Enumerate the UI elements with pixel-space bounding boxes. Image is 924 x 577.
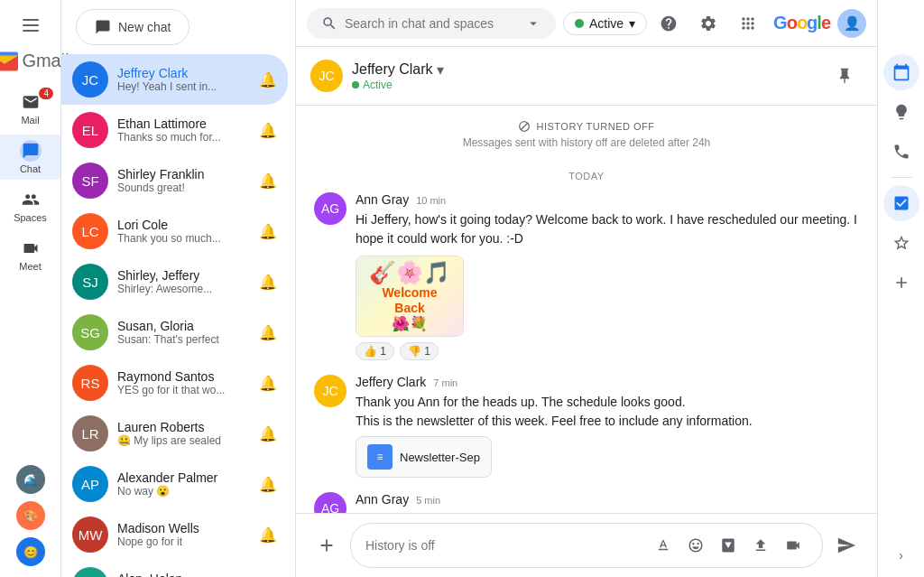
bell-icon: 🔔 [259, 172, 277, 190]
chat-preview: Hey! Yeah I sent in... [117, 80, 250, 93]
search-box[interactable] [307, 8, 556, 39]
star-panel-button[interactable] [883, 225, 919, 261]
chat-list-item[interactable]: AH Alan, Helen Helen: Sure! 🔔 [61, 560, 288, 577]
chat-avatar: SF [72, 163, 108, 199]
hamburger-button[interactable] [13, 7, 49, 43]
bell-icon: 🔔 [259, 122, 277, 139]
add-panel-button[interactable] [883, 265, 919, 301]
chat-info: Jeffrey Clark Hey! Yeah I sent in... [117, 66, 250, 93]
video-button[interactable] [779, 531, 808, 560]
chat-info: Madison Wells Nope go for it [117, 521, 250, 548]
bell-icon: 🔔 [259, 526, 277, 544]
svg-rect-2 [23, 30, 39, 32]
chat-list-item[interactable]: EL Ethan Lattimore Thanks so much for...… [61, 105, 288, 155]
bell-icon: 🔔 [259, 476, 277, 493]
emoji-button[interactable] [681, 531, 710, 560]
chat-avatar: MW [72, 517, 108, 553]
drive-button[interactable] [714, 531, 743, 560]
bottom-avatar-2[interactable]: 🎨 [16, 501, 45, 530]
phone-panel-button[interactable] [883, 134, 919, 170]
chat-list-item[interactable]: SF Shirley Franklin Sounds great! 🔔 [61, 155, 288, 206]
active-status-button[interactable]: Active ▾ [563, 12, 647, 35]
bell-icon: 🔔 [259, 324, 277, 341]
chat-list-item[interactable]: AP Alexander Palmer No way 😮 🔔 [61, 459, 288, 509]
sidebar-item-meet[interactable]: Meet [0, 232, 60, 277]
expand-panel-button[interactable]: › [891, 544, 912, 566]
tasks-panel-button[interactable] [883, 185, 919, 221]
sticker-inner: 🎸🌸🎵 WelcomeBack 🌺💐 [356, 256, 463, 336]
sidebar-item-chat[interactable]: Chat [0, 135, 60, 180]
apps-button[interactable] [730, 5, 766, 42]
chat-icon [20, 140, 42, 162]
new-chat-button[interactable]: New chat [76, 9, 189, 45]
spaces-icon [20, 189, 42, 210]
history-banner: HISTORY TURNED OFF Messages sent with hi… [314, 120, 859, 149]
message-header: Jeffery Clark 7 min [356, 375, 859, 389]
message-header: Ann Gray 5 min [356, 492, 859, 507]
message-group: AG Ann Gray 10 min Hi Jeffery, how's it … [314, 192, 859, 360]
text-format-button[interactable] [649, 531, 678, 560]
svg-rect-1 [23, 24, 39, 26]
sidebar-item-spaces[interactable]: Spaces [0, 183, 60, 228]
chat-name: Susan, Gloria [117, 319, 250, 333]
chat-preview: Thanks so much for... [117, 131, 250, 144]
history-banner-title-text: HISTORY TURNED OFF [536, 121, 654, 132]
search-icon [321, 15, 337, 32]
message-input[interactable] [365, 538, 642, 553]
bottom-avatar-3[interactable]: 😊 [16, 537, 45, 566]
chat-list-item[interactable]: SJ Shirley, Jeffery Shirley: Awesome... … [61, 256, 288, 307]
top-bar: Active ▾ Google 👤 [296, 0, 877, 47]
chat-list-item[interactable]: LR Lauren Roberts 🤐 My lips are sealed 🔔 [61, 408, 288, 459]
history-banner-subtitle: Messages sent with history off are delet… [463, 136, 711, 149]
chat-header-avatar: JC [310, 60, 343, 92]
message-reactions: 👍 1👎 1 [356, 342, 859, 360]
chat-header-info: Jeffery Clark ▾ Active [352, 61, 827, 91]
reaction-chip[interactable]: 👎 1 [400, 342, 439, 360]
chat-name: Jeffrey Clark [117, 66, 250, 80]
spaces-label: Spaces [14, 212, 47, 223]
message-input-box [350, 523, 823, 568]
chat-list-item[interactable]: LC Lori Cole Thank you so much... 🔔 [61, 206, 288, 256]
reaction-chip[interactable]: 👍 1 [356, 342, 394, 360]
upload-button[interactable] [746, 531, 775, 560]
message-time: 7 min [433, 377, 457, 388]
chat-list-item[interactable]: RS Raymond Santos YES go for it that wo.… [61, 358, 288, 408]
chat-header-actions [827, 58, 863, 94]
message-content: Ann Gray 5 min Thank you Jeffery. The ne… [356, 492, 859, 513]
pin-button[interactable] [827, 58, 863, 94]
document-attachment[interactable]: ≡ Newsletter-Sep [356, 436, 492, 478]
chat-info: Shirley Franklin Sounds great! [117, 167, 250, 194]
chat-list-item[interactable]: SG Susan, Gloria Susan: That's perfect 🔔 [61, 307, 288, 358]
notes-panel-button[interactable] [883, 94, 919, 130]
chat-avatar: RS [72, 365, 108, 401]
bell-icon: 🔔 [259, 425, 277, 442]
chat-preview: Thank you so much... [117, 232, 250, 245]
new-chat-label: New chat [118, 20, 171, 34]
gmail-logo: Gmail [0, 51, 69, 71]
message-time: 5 min [416, 495, 440, 506]
chat-list-item[interactable]: MW Madison Wells Nope go for it 🔔 [61, 509, 288, 560]
settings-button[interactable] [690, 5, 726, 42]
mail-icon [20, 91, 42, 113]
chat-name: Alexander Palmer [117, 470, 250, 485]
chat-avatar: AH [72, 567, 108, 577]
message-group: AG Ann Gray 5 min Thank you Jeffery. The… [314, 492, 859, 513]
main-content: Active ▾ Google 👤 JC Jeffery Clark ▾ [296, 0, 877, 577]
active-chevron: ▾ [629, 16, 635, 31]
active-dot [575, 19, 584, 28]
add-attachment-button[interactable] [310, 529, 343, 562]
bottom-avatar-1[interactable]: 🌊 [16, 465, 45, 494]
calendar-panel-button[interactable] [883, 54, 919, 90]
message-time: 10 min [416, 195, 446, 206]
user-avatar-button[interactable]: 👤 [837, 9, 866, 38]
chat-header-chevron[interactable]: ▾ [437, 61, 444, 79]
chat-header-status: Active [352, 79, 827, 91]
chat-info: Ethan Lattimore Thanks so much for... [117, 116, 250, 144]
meet-label: Meet [19, 261, 41, 272]
send-button[interactable] [830, 529, 863, 562]
chat-list-item[interactable]: JC Jeffrey Clark Hey! Yeah I sent in... … [61, 54, 288, 105]
chat-header: JC Jeffery Clark ▾ Active [296, 47, 877, 106]
message-sticker: 🎸🌸🎵 WelcomeBack 🌺💐 [356, 256, 464, 337]
search-input[interactable] [345, 16, 518, 31]
help-button[interactable] [651, 5, 687, 42]
